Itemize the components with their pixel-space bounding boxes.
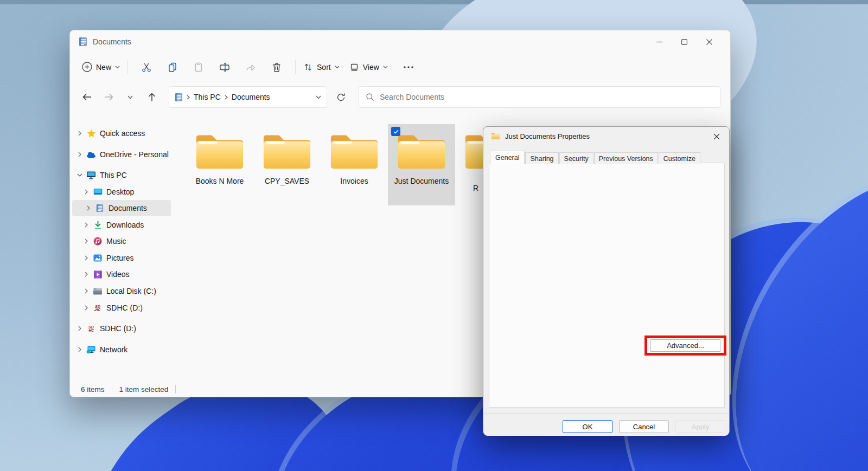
- up-button[interactable]: [143, 88, 161, 106]
- sidebar-item-quick-access[interactable]: Quick access: [70, 125, 173, 141]
- chevron-right-icon[interactable]: [82, 222, 90, 228]
- download-icon: [92, 220, 103, 230]
- folder-tile-just-documents[interactable]: Just Documents: [388, 124, 455, 205]
- sidebar-item-pictures[interactable]: Pictures: [70, 250, 173, 266]
- chevron-right-icon[interactable]: [76, 347, 84, 352]
- rename-button[interactable]: [214, 58, 235, 76]
- chevron-right-icon[interactable]: [82, 189, 90, 195]
- folder-tile-invoices[interactable]: Invoices: [321, 124, 388, 205]
- explorer-toolbar: New Sort View: [70, 53, 730, 81]
- more-options-button[interactable]: [398, 58, 419, 76]
- paste-button[interactable]: [188, 58, 209, 76]
- search-icon: [366, 93, 374, 101]
- tab-previous-versions[interactable]: Previous Versions: [594, 152, 658, 164]
- tab-sharing[interactable]: Sharing: [525, 152, 558, 164]
- sidebar-label: Videos: [106, 270, 130, 279]
- folder-tile-cpy-saves[interactable]: CPY_SAVES: [253, 124, 321, 205]
- chevron-right-icon[interactable]: [76, 326, 84, 331]
- sidebar-item-downloads[interactable]: Downloads: [70, 217, 173, 233]
- search-input[interactable]: [380, 93, 713, 101]
- breadcrumb-documents[interactable]: Documents: [232, 93, 270, 101]
- sidebar-label: Downloads: [106, 221, 144, 229]
- explorer-titlebar[interactable]: Documents: [70, 30, 730, 53]
- chevron-right-icon[interactable]: [76, 152, 84, 157]
- sidebar-item-sdhc-d[interactable]: SD-HC SDHC (D:): [70, 300, 173, 316]
- recent-locations-button[interactable]: [121, 88, 139, 106]
- copy-button[interactable]: [162, 58, 183, 76]
- dialog-tabs: General Sharing Security Previous Versio…: [490, 151, 701, 164]
- folder-tile-books-n-more[interactable]: Books N More: [186, 124, 253, 205]
- chevron-right-icon[interactable]: [85, 205, 92, 211]
- document-icon: [79, 37, 87, 47]
- share-button[interactable]: [240, 58, 261, 76]
- selection-checkbox[interactable]: [391, 127, 400, 136]
- cancel-button[interactable]: Cancel: [619, 420, 669, 433]
- sort-arrows-icon: [303, 62, 313, 72]
- delete-button[interactable]: [266, 58, 288, 76]
- chevron-down-icon: [335, 66, 340, 69]
- pictures-icon: [92, 253, 103, 263]
- chevron-right-icon[interactable]: [82, 238, 90, 244]
- chevron-right-icon[interactable]: [82, 305, 90, 311]
- new-button[interactable]: New: [82, 62, 120, 72]
- sidebar-label: SDHC (D:): [106, 304, 143, 312]
- sidebar-label: OneDrive - Personal: [100, 150, 169, 159]
- sidebar-item-documents[interactable]: Documents: [72, 200, 171, 216]
- sidebar-label: Local Disk (C:): [106, 287, 156, 295]
- tab-customize[interactable]: Customize: [659, 152, 700, 164]
- svg-text:-HC: -HC: [88, 328, 94, 332]
- breadcrumb-this-pc[interactable]: This PC: [194, 93, 221, 101]
- back-button[interactable]: [78, 88, 96, 106]
- sidebar-item-this-pc[interactable]: This PC: [70, 167, 173, 183]
- navigation-pane: Quick access OneDrive - Personal This PC…: [70, 113, 173, 383]
- desktop: Documents New Sort: [0, 0, 868, 471]
- chevron-right-icon[interactable]: [76, 131, 84, 136]
- sidebar-item-videos[interactable]: Videos: [70, 266, 173, 282]
- dialog-titlebar[interactable]: Just Documents Properties: [483, 127, 729, 145]
- chevron-right-icon[interactable]: [82, 288, 90, 294]
- sidebar-item-desktop[interactable]: Desktop: [70, 184, 173, 200]
- tab-general[interactable]: General: [490, 151, 525, 164]
- dialog-close-icon[interactable]: [712, 132, 722, 141]
- forward-button[interactable]: [99, 88, 118, 106]
- advanced-button[interactable]: Advanced...: [650, 339, 720, 352]
- selection-count: 1 item selected: [119, 385, 169, 393]
- maximize-button[interactable]: [672, 34, 697, 50]
- cloud-icon: [86, 150, 97, 159]
- sidebar-item-onedrive[interactable]: OneDrive - Personal: [70, 146, 173, 163]
- chevron-right-icon[interactable]: [82, 272, 90, 277]
- chevron-right-icon[interactable]: [82, 255, 90, 261]
- music-icon: [92, 236, 103, 246]
- folder-label: Just Documents: [388, 177, 455, 185]
- sidebar-label: Music: [106, 237, 126, 246]
- folder-icon: [491, 132, 500, 140]
- sidebar-label: Pictures: [106, 254, 134, 262]
- close-button[interactable]: [697, 34, 722, 50]
- chevron-down-icon: [115, 66, 120, 69]
- view-icon: [349, 62, 359, 72]
- address-bar[interactable]: This PC Documents: [169, 86, 327, 108]
- sidebar-label: Documents: [108, 204, 147, 212]
- refresh-button[interactable]: [330, 87, 351, 107]
- search-box[interactable]: [359, 86, 720, 108]
- sidebar-item-music[interactable]: Music: [70, 233, 173, 249]
- minimize-button[interactable]: [647, 34, 672, 50]
- chevron-down-icon[interactable]: [76, 173, 84, 177]
- sidebar-label: This PC: [100, 171, 127, 179]
- dialog-title: Just Documents Properties: [505, 132, 590, 140]
- ok-button[interactable]: OK: [563, 420, 612, 433]
- apply-button[interactable]: Apply: [675, 420, 725, 433]
- sidebar-item-local-disk-c[interactable]: Local Disk (C:): [70, 283, 173, 299]
- sidebar-item-network[interactable]: Network: [70, 341, 173, 358]
- sidebar-label: SDHC (D:): [100, 324, 136, 333]
- sidebar-item-sdhc-d-root[interactable]: SD-HC SDHC (D:): [70, 320, 173, 337]
- folder-label: CPY_SAVES: [253, 177, 321, 185]
- view-button[interactable]: View: [349, 62, 388, 72]
- cut-button[interactable]: [136, 58, 157, 76]
- sort-button-label: Sort: [317, 63, 331, 72]
- desktop-icon: [92, 187, 103, 197]
- tab-security[interactable]: Security: [559, 152, 593, 164]
- disk-drive-icon: [92, 286, 103, 296]
- sort-button[interactable]: Sort: [303, 62, 340, 72]
- address-dropdown-icon[interactable]: [316, 95, 321, 99]
